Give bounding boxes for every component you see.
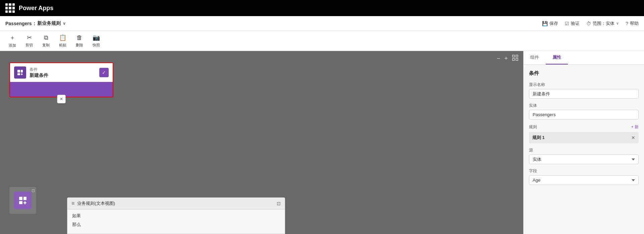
rule-1-label: 规则 1 [532, 135, 545, 141]
svg-rect-5 [17, 73, 20, 75]
svg-rect-4 [17, 70, 20, 73]
mini-node-expand-icon[interactable]: ⊡ [32, 188, 35, 193]
display-name-input[interactable] [529, 89, 639, 99]
rules-header: 规则 + 新 [529, 124, 639, 130]
rules-label: 规则 [529, 124, 537, 130]
scope-label: 范围：实体 [593, 20, 614, 27]
zoom-out-button[interactable]: − [497, 55, 500, 62]
paste-label: 粘贴 [59, 43, 66, 48]
svg-rect-6 [21, 70, 23, 73]
zoom-controls: − + [497, 54, 519, 62]
delete-button[interactable]: 🗑 删除 [72, 32, 87, 50]
text-view-title: 业务规则(文本视图) [77, 200, 115, 206]
snapshot-icon: 📷 [93, 34, 100, 41]
scope-button[interactable]: ⏱ 范围：实体 ∨ [586, 20, 619, 27]
toolbar: ＋ 添加 ✂ 剪切 ⧉ 复制 📋 粘贴 🗑 删除 📷 快照 [0, 31, 644, 51]
breadcrumb-left: Passengers : 新业务规则 ∨ [5, 20, 66, 27]
condition-name: 新建条件 [30, 73, 96, 79]
text-view-panel: ≡ 业务规则(文本视图) ⊡ 如果 那么 [67, 197, 285, 234]
paste-icon: 📋 [59, 34, 66, 41]
display-name-label: 显示名称 [529, 82, 639, 88]
condition-text: 条件 新建条件 [30, 67, 96, 79]
svg-rect-9 [19, 197, 22, 200]
condition-card-header: 条件 新建条件 ✓ [10, 63, 113, 82]
cut-button[interactable]: ✂ 剪切 [22, 32, 36, 50]
svg-rect-0 [513, 55, 515, 57]
scope-chevron-icon: ∨ [616, 21, 619, 26]
text-view-expand-button[interactable]: ⊡ [277, 201, 281, 206]
breadcrumb-rule-name: 新业务规则 [37, 20, 61, 27]
text-view-line2: 那么 [72, 222, 280, 228]
main-area: − + [0, 51, 644, 234]
validate-button[interactable]: ☑ 验证 [565, 20, 580, 27]
app-title: Power Apps [19, 5, 53, 12]
snapshot-label: 快照 [93, 43, 100, 48]
right-panel-body: 条件 显示名称 实体 规则 + 新 规则 1 ✕ 源 实体 字段 Age [524, 65, 644, 234]
svg-rect-1 [516, 55, 518, 57]
text-view-body: 如果 那么 [67, 209, 285, 234]
validate-icon: ☑ [565, 21, 569, 26]
waffle-icon[interactable] [5, 3, 15, 13]
breadcrumb-bar: Passengers : 新业务规则 ∨ 💾 保存 ☑ 验证 ⏱ 范围：实体 ∨… [0, 16, 644, 31]
entity-label: 实体 [529, 103, 639, 108]
breadcrumb-chevron-icon[interactable]: ∨ [63, 21, 66, 26]
condition-type-icon [14, 66, 26, 79]
help-button[interactable]: ? 帮助 [626, 20, 639, 27]
breadcrumb-actions: 💾 保存 ☑ 验证 ⏱ 范围：实体 ∨ ? 帮助 [542, 20, 639, 27]
canvas[interactable]: − + [0, 51, 523, 234]
source-select[interactable]: 实体 [529, 154, 639, 164]
condition-check-button[interactable]: ✓ [99, 68, 109, 77]
right-panel: 组件 属性 条件 显示名称 实体 规则 + 新 规则 1 ✕ 源 实体 字段 [523, 51, 644, 234]
right-panel-tabs: 组件 属性 [524, 51, 644, 65]
add-icon: ＋ [9, 34, 15, 42]
svg-rect-10 [19, 201, 22, 204]
delete-label: 删除 [76, 43, 83, 48]
svg-rect-3 [516, 58, 518, 60]
entity-input[interactable] [529, 110, 639, 120]
add-label: 添加 [9, 43, 16, 48]
save-button[interactable]: 💾 保存 [542, 20, 558, 27]
text-view-icon: ≡ [71, 200, 74, 206]
save-label: 保存 [549, 20, 558, 27]
section-title: 条件 [529, 70, 639, 77]
scope-icon: ⏱ [586, 21, 591, 26]
mini-node-icon [14, 192, 32, 209]
rules-add-button[interactable]: + 新 [631, 124, 639, 130]
field-select[interactable]: Age [529, 175, 639, 185]
rule-1-close-button[interactable]: ✕ [631, 135, 635, 140]
rule-item-1[interactable]: 规则 1 ✕ [529, 132, 639, 143]
copy-button[interactable]: ⧉ 复制 [39, 32, 53, 50]
svg-rect-11 [23, 197, 26, 200]
mini-node[interactable]: ⊡ [9, 187, 36, 214]
save-icon: 💾 [542, 21, 548, 26]
validate-label: 验证 [571, 20, 580, 27]
top-bar: Power Apps [0, 0, 644, 16]
zoom-fit-button[interactable] [512, 54, 519, 62]
cut-icon: ✂ [27, 34, 32, 41]
source-label: 源 [529, 147, 639, 153]
text-view-header: ≡ 业务规则(文本视图) ⊡ [67, 198, 285, 209]
snapshot-button[interactable]: 📷 快照 [89, 32, 103, 50]
tab-components[interactable]: 组件 [524, 51, 546, 64]
breadcrumb-entity: Passengers [5, 21, 32, 26]
cut-label: 剪切 [25, 43, 33, 48]
text-view-line1: 如果 [72, 213, 280, 219]
condition-card[interactable]: 条件 新建条件 ✓ ✕ [9, 62, 113, 97]
help-label: 帮助 [630, 20, 639, 27]
condition-close-button[interactable]: ✕ [57, 95, 66, 103]
breadcrumb-separator: : [34, 21, 36, 26]
help-icon: ? [626, 21, 628, 26]
condition-label: 条件 [30, 67, 96, 73]
delete-icon: 🗑 [76, 34, 83, 41]
zoom-in-button[interactable]: + [504, 55, 508, 62]
add-button[interactable]: ＋ 添加 [5, 32, 19, 50]
paste-button[interactable]: 📋 粘贴 [56, 32, 70, 50]
tab-properties[interactable]: 属性 [546, 51, 568, 64]
copy-icon: ⧉ [44, 34, 48, 41]
copy-label: 复制 [42, 43, 50, 48]
svg-rect-2 [513, 58, 515, 60]
field-label: 字段 [529, 168, 639, 174]
